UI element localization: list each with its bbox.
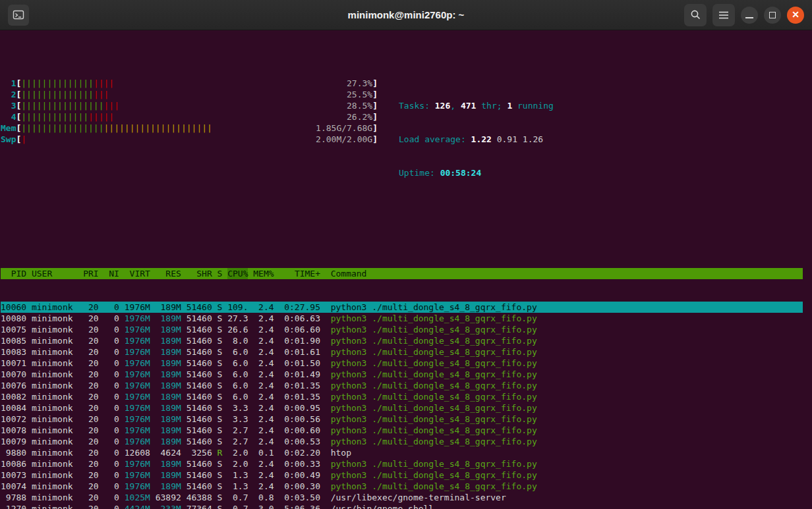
process-row-10084[interactable]: 10084minimonk2001976M189M51460S3.32.40:0… — [1, 402, 803, 414]
c-ni: 0 — [103, 458, 119, 469]
c-cmd: python3 ./multi_dongle_s4_8_gqrx_fifo.py — [331, 458, 803, 469]
load-label: Load average: — [399, 134, 471, 144]
process-row-10074[interactable]: 10074minimonk2001976M189M51460S1.32.40:0… — [1, 481, 803, 492]
process-row-10085[interactable]: 10085minimonk2001976M189M51460S8.02.40:0… — [1, 335, 803, 346]
c-cmd: /usr/libexec/gnome-terminal-server — [331, 492, 803, 503]
process-row-10060[interactable]: 10060minimonk2001976M189M51460S109.2.40:… — [1, 302, 803, 313]
c-shr: 51460 — [187, 458, 212, 469]
c-mem: 2.4 — [253, 335, 274, 346]
process-row-10073[interactable]: 10073minimonk2001976M189M51460S1.32.40:0… — [1, 469, 803, 481]
c-user: minimonk — [32, 481, 78, 492]
header-cell-cmd[interactable]: Command — [331, 268, 803, 279]
c-cmd: python3 ./multi_dongle_s4_8_gqrx_fifo.py — [331, 436, 803, 447]
process-row-10083[interactable]: 10083minimonk2001976M189M51460S6.02.40:0… — [1, 346, 803, 358]
minimize-button[interactable] — [741, 7, 758, 24]
brk: ] — [372, 89, 378, 100]
c-s: S — [218, 503, 223, 509]
header-cell-mem[interactable]: MEM% — [253, 268, 274, 279]
process-row-10078[interactable]: 10078minimonk2001976M189M51460S2.72.40:0… — [1, 425, 803, 436]
c-time: 0:01.61 — [279, 346, 320, 358]
mpipes: |||||||||||||||||| — [21, 111, 114, 122]
c-s: S — [218, 458, 223, 469]
c-res: 189M — [156, 358, 181, 369]
meters: 1[||||||||||||||||||27.3%]2[||||||||||||… — [1, 78, 378, 201]
maximize-icon — [769, 12, 776, 18]
search-button[interactable] — [684, 4, 707, 26]
load-line: Load average: 1.22 0.91 1.26 — [399, 134, 554, 145]
c-pid: 10082 — [1, 391, 26, 402]
header-cell-shr[interactable]: SHR — [187, 268, 212, 279]
header-cell-res[interactable]: RES — [156, 268, 181, 279]
app-icon-button[interactable] — [8, 5, 29, 26]
process-row-10070[interactable]: 10070minimonk2001976M189M51460S6.02.40:0… — [1, 369, 803, 380]
process-row-10086[interactable]: 10086minimonk2001976M189M51460S2.02.40:0… — [1, 458, 803, 469]
c-virt: 1025M — [125, 492, 150, 503]
c-mem: 2.4 — [253, 391, 274, 402]
c-cmd: python3 ./multi_dongle_s4_8_gqrx_fifo.py — [331, 380, 803, 391]
c-cpu: 1.3 — [227, 481, 248, 492]
process-row-10071[interactable]: 10071minimonk2001976M189M51460S6.02.40:0… — [1, 358, 803, 369]
close-button[interactable]: ✕ — [787, 7, 804, 24]
header-cell-pri[interactable]: PRI — [83, 268, 98, 279]
c-user: minimonk — [32, 324, 78, 335]
process-row-9788[interactable]: 9788minimonk2001025M6389246388S0.70.80:0… — [1, 492, 803, 503]
uptime-value: 00:58:24 — [440, 168, 482, 178]
c-ni: 0 — [103, 481, 119, 492]
process-row-10075[interactable]: 10075minimonk2001976M189M51460S26.62.40:… — [1, 324, 803, 335]
process-row-1270[interactable]: 1270minimonk2004424M233M77364S0.73.05:06… — [1, 503, 803, 509]
c-s: S — [218, 313, 223, 324]
header-cell-s[interactable]: S — [218, 268, 223, 279]
process-row-10080[interactable]: 10080minimonk2001976M189M51460S27.32.40:… — [1, 313, 803, 324]
process-row-10082[interactable]: 10082minimonk2001976M189M51460S6.02.40:0… — [1, 391, 803, 402]
mbar: |||||||||||||||||||28.5% — [21, 100, 372, 111]
c-pid: 10080 — [1, 313, 26, 324]
header-cell-user[interactable]: USER — [32, 268, 78, 279]
c-cpu: 6.0 — [227, 346, 248, 358]
mbar: |2.00M/2.00G — [21, 134, 372, 145]
c-pid: 10078 — [1, 425, 26, 436]
c-shr: 51460 — [187, 469, 212, 481]
c-time: 0:01.35 — [279, 380, 320, 391]
process-row-10072[interactable]: 10072minimonk2001976M189M51460S3.32.40:0… — [1, 414, 803, 425]
header-cell-ni[interactable]: NI — [103, 268, 119, 279]
[object — [16, 13, 18, 16]
c-user: minimonk — [32, 458, 78, 469]
c-mem: 2.4 — [253, 414, 274, 425]
process-row-10076[interactable]: 10076minimonk2001976M189M51460S6.02.40:0… — [1, 380, 803, 391]
header-cell-pid[interactable]: PID — [1, 268, 26, 279]
c-pid: 9880 — [1, 447, 26, 458]
c-time: 0:01.35 — [279, 391, 320, 402]
process-row-10079[interactable]: 10079minimonk2001976M189M51460S2.72.40:0… — [1, 436, 803, 447]
c-mem: 0.8 — [253, 492, 274, 503]
terminal[interactable]: 1[||||||||||||||||||27.3%]2[||||||||||||… — [0, 30, 812, 509]
mpipes: |||||||||||||||||| — [21, 78, 114, 89]
header-cell-cpu[interactable]: CPU% — [227, 268, 248, 279]
menu-button[interactable] — [712, 4, 735, 26]
load-15min: 1.26 — [523, 134, 543, 144]
pipes-red: |||| — [94, 78, 114, 88]
process-rows: 10060minimonk2001976M189M51460S109.2.40:… — [1, 302, 803, 509]
mtext: 27.3% — [347, 78, 372, 89]
c-time: 0:00.60 — [279, 425, 320, 436]
maximize-button[interactable] — [764, 7, 781, 24]
meter-4: 4[||||||||||||||||||26.2%] — [1, 111, 378, 122]
running-label: running — [512, 101, 554, 111]
c-ni: 0 — [103, 313, 119, 324]
c-shr: 51460 — [187, 369, 212, 380]
c-pri: 20 — [83, 380, 98, 391]
c-shr: 51460 — [187, 313, 212, 324]
header-cell-time[interactable]: TIME+ — [279, 268, 320, 279]
header-cell-virt[interactable]: VIRT — [125, 268, 150, 279]
c-pri: 20 — [83, 425, 98, 436]
c-user: minimonk — [32, 313, 78, 324]
process-table: PIDUSERPRINIVIRTRESSHRSCPU%MEM%TIME+Comm… — [1, 246, 803, 509]
c-mem: 2.4 — [253, 358, 274, 369]
mtext: 2.00M/2.00G — [316, 134, 372, 145]
c-ni: 0 — [103, 358, 119, 369]
minimize-icon — [745, 17, 753, 18]
threads-label: thr; — [476, 101, 507, 111]
system-info: Tasks: 126, 471 thr; 1 running Load aver… — [399, 78, 554, 201]
c-s: S — [218, 481, 223, 492]
process-row-9880[interactable]: 9880minimonk2001260846243256R2.00.10:02.… — [1, 447, 803, 458]
c-pid: 10073 — [1, 469, 26, 481]
